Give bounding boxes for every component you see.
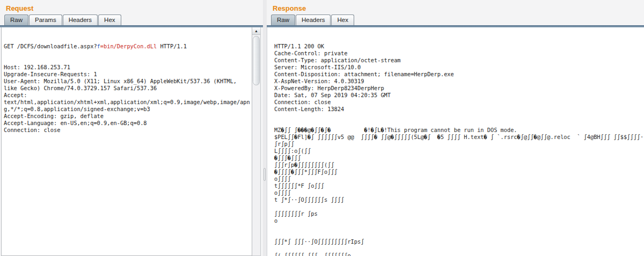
request-param-value: =bin/DerpyCon.dLl <box>100 43 157 49</box>
request-tab-raw[interactable]: Raw <box>4 14 28 25</box>
scroll-up-button[interactable]: ▲ <box>252 27 260 35</box>
request-method-path: GET /DCFS/downloadfile.aspx? <box>4 43 97 49</box>
response-raw-editor[interactable]: HTTP/1.1 200 OK Cache-Control: private C… <box>267 27 644 256</box>
panel-splitter[interactable] <box>263 0 267 256</box>
response-binary-body-text: MZ�∫∫ ∫���@�∫∫�∫� �!�∫L�!This program ca… <box>274 127 644 256</box>
scrollbar-thumb[interactable] <box>253 36 260 85</box>
splitter-grip-icon[interactable] <box>264 168 266 181</box>
request-line: GET /DCFS/downloadfile.aspx?f=bin/DerpyC… <box>4 43 252 50</box>
request-tabbar: Raw Params Headers Hex <box>0 14 263 25</box>
request-scrollbar[interactable]: ▲ <box>252 27 261 256</box>
request-headers-text: Host: 192.168.253.71 Upgrade-Insecure-Re… <box>4 64 252 134</box>
response-panel-title: Response <box>267 0 644 14</box>
request-tab-hex[interactable]: Hex <box>98 14 121 25</box>
request-tab-headers[interactable]: Headers <box>63 14 98 25</box>
request-raw-editor[interactable]: GET /DCFS/downloadfile.aspx?f=bin/DerpyC… <box>1 27 252 256</box>
request-panel-title: Request <box>0 0 263 14</box>
http-message-viewer: Request Raw Params Headers Hex GET /DCFS… <box>0 0 644 256</box>
response-tab-hex[interactable]: Hex <box>331 14 354 25</box>
request-panel: Request Raw Params Headers Hex GET /DCFS… <box>0 0 263 256</box>
request-http-version: HTTP/1.1 <box>157 43 187 49</box>
response-tabbar: Raw Headers Hex <box>267 14 644 25</box>
scroll-up-icon: ▲ <box>254 29 258 33</box>
response-tab-headers[interactable]: Headers <box>296 14 331 25</box>
response-headers-text: HTTP/1.1 200 OK Cache-Control: private C… <box>274 43 644 113</box>
request-tab-params[interactable]: Params <box>29 14 62 25</box>
response-panel: Response Raw Headers Hex HTTP/1.1 200 OK… <box>267 0 644 256</box>
response-tab-raw[interactable]: Raw <box>271 14 295 25</box>
